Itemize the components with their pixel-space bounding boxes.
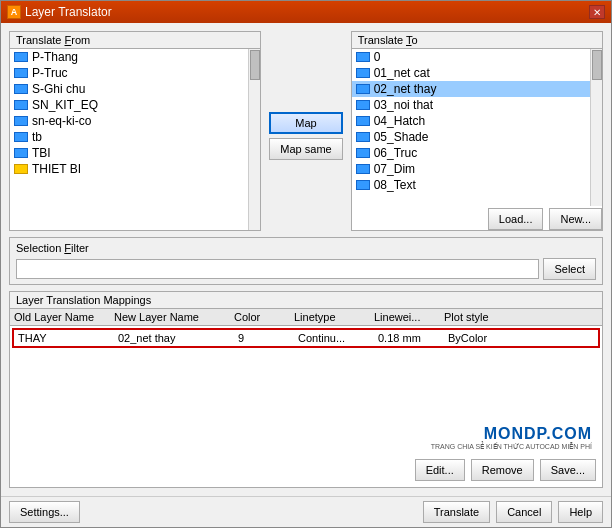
col-header-linetype: Linetype xyxy=(294,311,374,323)
item-label: THIET BI xyxy=(32,162,81,176)
item-label: 08_Text xyxy=(374,178,416,192)
remove-button[interactable]: Remove xyxy=(471,459,534,481)
list-item[interactable]: tb xyxy=(10,129,248,145)
item-label: 07_Dim xyxy=(374,162,415,176)
table-row[interactable]: THAY 02_net thay 9 Continu... 0.18 mm By… xyxy=(12,328,600,348)
list-item-selected[interactable]: 02_net thay xyxy=(352,81,590,97)
cell-color: 9 xyxy=(238,332,298,344)
item-label: 05_Shade xyxy=(374,130,429,144)
list-item[interactable]: 08_Text xyxy=(352,177,590,193)
list-item[interactable]: 07_Dim xyxy=(352,161,590,177)
scrollbar-right[interactable] xyxy=(590,49,602,206)
list-item[interactable]: 01_net cat xyxy=(352,65,590,81)
list-item[interactable]: 05_Shade xyxy=(352,129,590,145)
item-label: 0 xyxy=(374,50,381,64)
layer-icon xyxy=(356,52,370,62)
map-same-button[interactable]: Map same xyxy=(269,138,342,160)
col-header-new: New Layer Name xyxy=(114,311,234,323)
map-button[interactable]: Map xyxy=(269,112,342,134)
list-item[interactable]: 04_Hatch xyxy=(352,113,590,129)
selection-filter: Selection Filter Select xyxy=(9,237,603,285)
item-label: 06_Truc xyxy=(374,146,418,160)
list-item[interactable]: 0 xyxy=(352,49,590,65)
cell-linetype: Continu... xyxy=(298,332,378,344)
cell-old-layer: THAY xyxy=(18,332,118,344)
scrollbar-thumb[interactable] xyxy=(250,50,260,80)
layer-icon xyxy=(14,100,28,110)
translate-from-panel: Translate From P-Thang P-Truc xyxy=(9,31,261,231)
cancel-button[interactable]: Cancel xyxy=(496,501,552,523)
item-label: sn-eq-ki-co xyxy=(32,114,91,128)
save-button[interactable]: Save... xyxy=(540,459,596,481)
layer-icon xyxy=(14,116,28,126)
list-item[interactable]: TBI xyxy=(10,145,248,161)
translate-from-list[interactable]: P-Thang P-Truc S-Ghi chu SN_KIT_EQ xyxy=(10,49,248,230)
mappings-section: Layer Translation Mappings Old Layer Nam… xyxy=(9,291,603,488)
layer-icon xyxy=(14,52,28,62)
item-label: 03_noi that xyxy=(374,98,433,112)
list-item[interactable]: THIET BI xyxy=(10,161,248,177)
layer-icon xyxy=(356,68,370,78)
main-content: Translate From P-Thang P-Truc xyxy=(1,23,611,496)
translate-to-title: Translate To xyxy=(352,32,602,49)
layer-translator-window: A Layer Translator ✕ Translate From P-Th… xyxy=(0,0,612,528)
scrollbar[interactable] xyxy=(248,49,260,230)
cell-lineweight: 0.18 mm xyxy=(378,332,448,344)
col-header-plotstyle: Plot style xyxy=(444,311,524,323)
list-item[interactable]: P-Truc xyxy=(10,65,248,81)
item-label: tb xyxy=(32,130,42,144)
title-bar: A Layer Translator ✕ xyxy=(1,1,611,23)
list-item[interactable]: sn-eq-ki-co xyxy=(10,113,248,129)
col-header-color: Color xyxy=(234,311,294,323)
layer-icon xyxy=(356,116,370,126)
window-title: Layer Translator xyxy=(25,5,112,19)
col-header-lineweight: Linewei... xyxy=(374,311,444,323)
select-button[interactable]: Select xyxy=(543,258,596,280)
list-item[interactable]: 06_Truc xyxy=(352,145,590,161)
item-label: P-Thang xyxy=(32,50,78,64)
layer-icon xyxy=(356,84,370,94)
layer-icon xyxy=(14,132,28,142)
scrollbar-thumb[interactable] xyxy=(592,50,602,80)
col-header-old: Old Layer Name xyxy=(14,311,114,323)
layer-icon xyxy=(356,100,370,110)
middle-section: Selection Filter Select xyxy=(9,237,603,285)
layer-icon xyxy=(356,164,370,174)
load-button[interactable]: Load... xyxy=(488,208,544,230)
item-label: P-Truc xyxy=(32,66,68,80)
list-item[interactable]: SN_KIT_EQ xyxy=(10,97,248,113)
item-label: S-Ghi chu xyxy=(32,82,85,96)
edit-button[interactable]: Edit... xyxy=(415,459,465,481)
footer-right: Translate Cancel Help xyxy=(423,501,603,523)
branding-area: MONDP.COM TRANG CHIA SẺ KIẾN THỨC AUTOCA… xyxy=(431,425,596,453)
close-button[interactable]: ✕ xyxy=(589,5,605,19)
filter-input[interactable] xyxy=(16,259,539,279)
mappings-title: Layer Translation Mappings xyxy=(10,292,602,309)
translate-from-title: Translate From xyxy=(10,32,260,49)
layer-sun-icon xyxy=(14,164,28,174)
settings-button[interactable]: Settings... xyxy=(9,501,80,523)
list-item[interactable]: S-Ghi chu xyxy=(10,81,248,97)
translate-to-actions: Load... New... xyxy=(352,208,602,230)
translate-from-list-container: P-Thang P-Truc S-Ghi chu SN_KIT_EQ xyxy=(10,49,260,230)
new-button[interactable]: New... xyxy=(549,208,602,230)
layer-icon xyxy=(14,84,28,94)
list-item[interactable]: 03_noi that xyxy=(352,97,590,113)
map-buttons-area: Map Map same xyxy=(269,31,342,231)
top-panels: Translate From P-Thang P-Truc xyxy=(9,31,603,231)
translate-button[interactable]: Translate xyxy=(423,501,490,523)
help-button[interactable]: Help xyxy=(558,501,603,523)
cell-new-layer: 02_net thay xyxy=(118,332,238,344)
translate-to-list[interactable]: 0 01_net cat 02_net thay 03_noi tha xyxy=(352,49,590,206)
translate-to-panel: Translate To 0 01_net cat xyxy=(351,31,603,231)
item-label: SN_KIT_EQ xyxy=(32,98,98,112)
layer-icon xyxy=(356,132,370,142)
list-item[interactable]: P-Thang xyxy=(10,49,248,65)
selection-filter-title: Selection Filter xyxy=(16,242,596,254)
cell-plotstyle: ByColor xyxy=(448,332,528,344)
item-label: 01_net cat xyxy=(374,66,430,80)
item-label: 02_net thay xyxy=(374,82,437,96)
layer-icon xyxy=(356,180,370,190)
brand-logo: MONDP.COM xyxy=(431,425,592,443)
translate-to-list-container: 0 01_net cat 02_net thay 03_noi tha xyxy=(352,49,602,206)
